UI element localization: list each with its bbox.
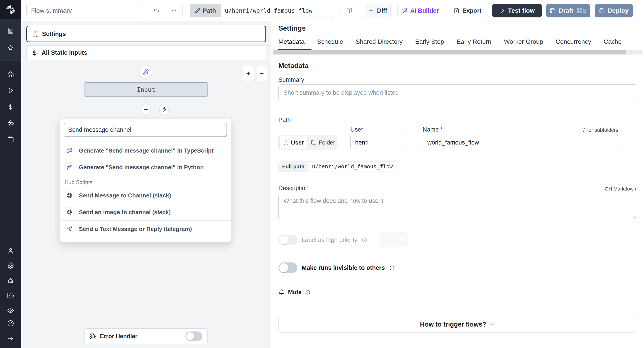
input-node[interactable]: Input — [84, 82, 208, 97]
undo-redo-group — [148, 4, 183, 17]
tabs-scrollbar[interactable] — [273, 50, 642, 54]
workspace-building-icon[interactable] — [7, 27, 14, 34]
plus-icon — [368, 8, 374, 14]
folders-icon[interactable] — [7, 292, 14, 299]
deploy-button[interactable]: Deploy — [595, 4, 633, 17]
tab-early-return[interactable]: Early Return — [456, 38, 492, 50]
summary-input[interactable] — [278, 84, 637, 101]
generate-python-item[interactable]: Generate "Send message channel" in Pytho… — [60, 159, 231, 175]
dollar-icon — [32, 50, 38, 56]
docs-book-button[interactable] — [340, 4, 358, 17]
owner-user-option[interactable]: User — [280, 136, 308, 149]
tab-early-stop[interactable]: Early Stop — [415, 38, 444, 50]
export-button[interactable]: Export — [450, 4, 485, 17]
name-label-text: Name — [422, 126, 439, 133]
diff-button[interactable]: Diff — [365, 4, 391, 17]
text-caret — [132, 126, 132, 134]
info-icon[interactable] — [305, 290, 310, 295]
wand-icon — [143, 69, 149, 75]
zoom-out-button[interactable] — [256, 66, 267, 81]
chevron-down-icon — [490, 322, 495, 327]
description-textarea[interactable] — [278, 194, 637, 220]
home-icon[interactable] — [7, 71, 14, 78]
variables-dollar-icon[interactable] — [7, 103, 14, 110]
full-path-label: Full path — [278, 162, 308, 172]
add-step-button[interactable] — [141, 104, 150, 115]
bell-icon — [278, 289, 284, 295]
how-to-trigger-accordion[interactable]: How to trigger flows? — [278, 316, 637, 333]
favorites-star-icon[interactable] — [7, 44, 14, 51]
workers-robot-icon[interactable] — [7, 277, 14, 284]
deploy-label: Deploy — [608, 7, 628, 14]
tab-shared-directory[interactable]: Shared Directory — [356, 38, 403, 50]
tab-metadata[interactable]: Metadata — [278, 38, 304, 50]
settings-title: Settings — [278, 24, 306, 32]
redo-button[interactable] — [165, 4, 182, 17]
tab-cache[interactable]: Cache — [604, 38, 622, 50]
path-section-label: Path — [278, 117, 291, 124]
draft-shortcut: ⌘S — [576, 7, 587, 14]
sliders-icon — [32, 31, 38, 37]
user-input[interactable] — [350, 135, 408, 150]
flow-settings-label: Settings — [42, 31, 66, 37]
toggle-knob — [186, 332, 194, 340]
active-tab-underline — [278, 49, 312, 50]
owner-folder-option[interactable]: Folder — [308, 136, 339, 149]
error-handler-node[interactable]: Error Handler — [84, 328, 208, 344]
tab-schedule[interactable]: Schedule — [317, 38, 343, 50]
file-export-icon — [454, 8, 460, 14]
info-icon[interactable] — [362, 237, 367, 243]
flow-summary-input[interactable] — [26, 4, 141, 17]
owner-folder-label: Folder — [319, 139, 335, 146]
audit-eye-icon[interactable] — [7, 307, 14, 314]
ai-builder-button[interactable]: AI Builder — [397, 4, 443, 17]
mute-label: Mute — [288, 289, 302, 296]
settings-gear-icon[interactable] — [7, 262, 14, 269]
resize-grip-icon[interactable] — [632, 215, 635, 218]
trigger-zap-button[interactable] — [160, 104, 169, 115]
owner-user-label: User — [291, 139, 304, 146]
name-input[interactable] — [422, 135, 618, 150]
resources-boxes-icon[interactable] — [7, 120, 14, 127]
hub-item-slack-message[interactable]: Send Message to Channel (slack) — [60, 187, 231, 204]
path-button[interactable]: Path u/henri/world_famous_flow — [190, 4, 333, 17]
error-handler-toggle[interactable] — [185, 332, 202, 341]
windmill-flow-editor: Path u/henri/world_famous_flow Diff AI B… — [0, 0, 644, 348]
plus-icon — [246, 71, 251, 76]
test-flow-button[interactable]: Test flow — [492, 4, 542, 17]
high-priority-toggle[interactable] — [278, 234, 297, 245]
help-icon[interactable] — [7, 320, 14, 327]
metadata-heading: Metadata — [278, 62, 308, 70]
users-person-icon[interactable] — [7, 247, 14, 254]
tab-concurrency[interactable]: Concurrency — [556, 38, 591, 50]
hub-item-slack-image[interactable]: Send an image to channel (slack) — [60, 204, 231, 220]
path-edit-segment[interactable]: Path — [190, 4, 221, 17]
save-draft-button[interactable]: Draft ⌘S — [546, 4, 590, 17]
full-path-value: u/henri/world_famous_flow — [308, 162, 396, 172]
runs-play-icon[interactable] — [7, 87, 14, 94]
expand-arrow-icon[interactable] — [7, 335, 14, 342]
mute-row: Mute — [278, 289, 310, 296]
owner-kind-toggle: User Folder — [278, 135, 336, 150]
generate-typescript-item[interactable]: Generate "Send message channel" in TypeS… — [60, 142, 231, 159]
schedules-calendar-icon[interactable] — [7, 136, 14, 143]
zoom-in-button[interactable] — [243, 66, 254, 81]
workspace-section — [0, 19, 21, 60]
wand-icon — [64, 146, 74, 156]
ai-flow-node[interactable] — [140, 65, 152, 79]
invisible-runs-toggle[interactable] — [278, 262, 297, 273]
all-static-inputs-card[interactable]: All Static Inputs — [26, 45, 266, 60]
scrollbar-thumb[interactable] — [274, 50, 626, 54]
undo-button[interactable] — [148, 4, 165, 17]
result-label: Send Message to Channel (slack) — [79, 192, 171, 199]
step-search-value: Send message channel — [68, 126, 131, 133]
high-priority-label: Label as high priority — [302, 237, 357, 243]
step-search-input[interactable]: Send message channel — [64, 123, 227, 137]
ai-builder-label: AI Builder — [410, 7, 439, 14]
test-flow-label: Test flow — [508, 7, 535, 14]
tab-worker-group[interactable]: Worker Group — [504, 38, 543, 50]
flow-settings-card[interactable]: Settings — [26, 26, 266, 42]
windmill-logo[interactable] — [0, 0, 21, 19]
hub-item-telegram-message[interactable]: Send a Text Message or Reply (telegram) — [60, 221, 231, 237]
info-icon[interactable] — [389, 265, 394, 271]
